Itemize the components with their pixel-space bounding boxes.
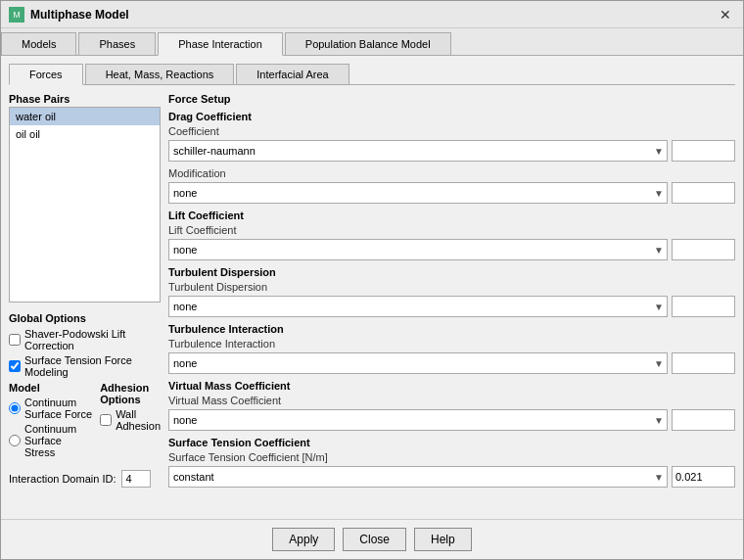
content-area: Forces Heat, Mass, Reactions Interfacial…: [1, 56, 743, 519]
turbulent-dispersion-section: Turbulent Dispersion Turbulent Dispersio…: [168, 266, 735, 317]
model-adhesion-container: Model Continuum Surface Force Continuum …: [9, 382, 161, 458]
turbulence-interaction-select[interactable]: none: [168, 352, 668, 374]
tab-phase-interaction[interactable]: Phase Interaction: [158, 32, 283, 56]
drag-modification-value-input[interactable]: [672, 182, 735, 204]
apply-button[interactable]: Apply: [272, 528, 335, 551]
shaver-podowski-row: Shaver-Podowski Lift Correction: [9, 328, 161, 351]
phase-list[interactable]: water oil oil oil: [9, 107, 161, 303]
drag-modification-subsection: Modification: [168, 167, 735, 179]
virtual-mass-title: Virtual Mass Coefficient: [168, 380, 735, 392]
surface-tension-force-checkbox[interactable]: [9, 360, 21, 372]
surface-tension-select[interactable]: constant: [168, 466, 668, 488]
model-adhesion-row: Model Continuum Surface Force Continuum …: [9, 382, 161, 458]
virtual-mass-select[interactable]: none: [168, 409, 668, 431]
drag-coefficient-title: Drag Coefficient: [168, 111, 735, 122]
drag-modification-select-wrapper: none ▼: [168, 182, 668, 204]
drag-coefficient-subsection: Coefficient: [168, 125, 735, 137]
global-options: Global Options Shaver-Podowski Lift Corr…: [9, 312, 161, 458]
tab-phases[interactable]: Phases: [78, 32, 156, 55]
adhesion-label: Adhesion Options: [100, 382, 161, 405]
drag-modification-select[interactable]: none: [168, 182, 668, 204]
drag-modification-row: none ▼: [168, 182, 735, 204]
drag-coefficient-select-wrapper: schiller-naumann ▼: [168, 140, 668, 162]
main-area: Phase Pairs water oil oil oil Global Opt…: [9, 93, 735, 511]
lift-coefficient-section: Lift Coefficient Lift Coefficient none ▼: [168, 210, 735, 260]
top-tabs: Models Phases Phase Interaction Populati…: [1, 28, 743, 56]
lift-coefficient-value-input[interactable]: [672, 239, 735, 260]
turbulence-interaction-title: Turbulence Interaction: [168, 323, 735, 335]
surface-tension-title: Surface Tension Coefficient: [168, 437, 735, 448]
turbulence-interaction-section: Turbulence Interaction Turbulence Intera…: [168, 323, 735, 374]
lift-coefficient-subsection: Lift Coefficient: [168, 224, 735, 236]
turbulent-dispersion-title: Turbulent Dispersion: [168, 266, 735, 278]
lift-coefficient-row: none ▼: [168, 239, 735, 260]
adhesion-col: Adhesion Options Wall Adhesion: [100, 382, 161, 458]
continuum-surface-stress-row: Continuum Surface Stress: [9, 423, 92, 458]
tab-models[interactable]: Models: [1, 32, 76, 55]
window-title: Multiphase Model: [30, 8, 129, 22]
surface-tension-force-row: Surface Tension Force Modeling: [9, 354, 161, 378]
drag-coefficient-value-input[interactable]: [672, 140, 735, 162]
shaver-podowski-checkbox[interactable]: [9, 334, 21, 346]
surface-tension-value-input[interactable]: [672, 466, 735, 488]
lift-coefficient-select-wrapper: none ▼: [168, 239, 668, 260]
surface-tension-row: constant ▼: [168, 466, 735, 488]
phase-item-oil-oil[interactable]: oil oil: [10, 125, 160, 143]
help-button[interactable]: Help: [414, 528, 472, 551]
phase-pairs-section: Phase Pairs water oil oil oil: [9, 93, 161, 303]
title-bar: M Multiphase Model ✕: [1, 1, 743, 28]
tab-forces[interactable]: Forces: [9, 64, 83, 85]
turbulence-interaction-row: none ▼: [168, 352, 735, 374]
tab-heat-mass[interactable]: Heat, Mass, Reactions: [85, 64, 235, 84]
bottom-bar: Apply Close Help: [1, 519, 743, 559]
tab-interfacial-area[interactable]: Interfacial Area: [236, 64, 349, 84]
virtual-mass-subsection: Virtual Mass Coefficient: [168, 395, 735, 406]
wall-adhesion-label: Wall Adhesion: [116, 408, 161, 432]
turbulent-dispersion-select[interactable]: none: [168, 296, 668, 317]
app-icon: M: [9, 7, 24, 23]
surface-tension-section: Surface Tension Coefficient Surface Tens…: [168, 437, 735, 488]
surface-tension-force-label: Surface Tension Force Modeling: [24, 354, 161, 378]
surface-tension-subsection: Surface Tension Coefficient [N/m]: [168, 451, 735, 463]
turbulence-interaction-value-input[interactable]: [672, 352, 735, 374]
turbulence-interaction-select-wrapper: none ▼: [168, 352, 668, 374]
surface-tension-select-wrapper: constant ▼: [168, 466, 668, 488]
right-panel: Force Setup Drag Coefficient Coefficient…: [168, 93, 735, 511]
turbulence-interaction-subsection: Turbulence Interaction: [168, 338, 735, 350]
force-setup-title: Force Setup: [168, 93, 735, 105]
virtual-mass-value-input[interactable]: [672, 409, 735, 431]
wall-adhesion-checkbox[interactable]: [100, 414, 112, 426]
phase-pairs-label: Phase Pairs: [9, 93, 161, 105]
continuum-surface-stress-label: Continuum Surface Stress: [24, 423, 92, 458]
global-options-title: Global Options: [9, 312, 161, 324]
interaction-domain-label: Interaction Domain ID:: [9, 473, 116, 485]
model-col: Model Continuum Surface Force Continuum …: [9, 382, 92, 458]
turbulent-dispersion-select-wrapper: none ▼: [168, 296, 668, 317]
sub-tabs: Forces Heat, Mass, Reactions Interfacial…: [9, 64, 735, 85]
wall-adhesion-row: Wall Adhesion: [100, 408, 161, 432]
drag-coefficient-select[interactable]: schiller-naumann: [168, 140, 668, 162]
turbulent-dispersion-subsection: Turbulent Dispersion: [168, 281, 735, 293]
virtual-mass-section: Virtual Mass Coefficient Virtual Mass Co…: [168, 380, 735, 431]
virtual-mass-row: none ▼: [168, 409, 735, 431]
drag-coefficient-section: Drag Coefficient Coefficient schiller-na…: [168, 111, 735, 204]
interaction-domain-input[interactable]: [121, 470, 151, 488]
drag-coefficient-row: schiller-naumann ▼: [168, 140, 735, 162]
interaction-domain: Interaction Domain ID:: [9, 470, 161, 488]
continuum-surface-stress-radio[interactable]: [9, 435, 21, 446]
tab-population-balance[interactable]: Population Balance Model: [285, 32, 451, 55]
continuum-surface-force-row: Continuum Surface Force: [9, 397, 92, 420]
turbulent-dispersion-row: none ▼: [168, 296, 735, 317]
model-label: Model: [9, 382, 92, 394]
close-window-button[interactable]: ✕: [716, 7, 735, 23]
multiphase-model-dialog: M Multiphase Model ✕ Models Phases Phase…: [0, 0, 744, 560]
shaver-podowski-label: Shaver-Podowski Lift Correction: [24, 328, 161, 351]
virtual-mass-select-wrapper: none ▼: [168, 409, 668, 431]
left-panel: Phase Pairs water oil oil oil Global Opt…: [9, 93, 161, 511]
phase-item-water-oil[interactable]: water oil: [10, 108, 160, 125]
close-button[interactable]: Close: [343, 528, 406, 551]
lift-coefficient-title: Lift Coefficient: [168, 210, 735, 221]
lift-coefficient-select[interactable]: none: [168, 239, 668, 260]
continuum-surface-force-radio[interactable]: [9, 402, 21, 414]
turbulent-dispersion-value-input[interactable]: [672, 296, 735, 317]
